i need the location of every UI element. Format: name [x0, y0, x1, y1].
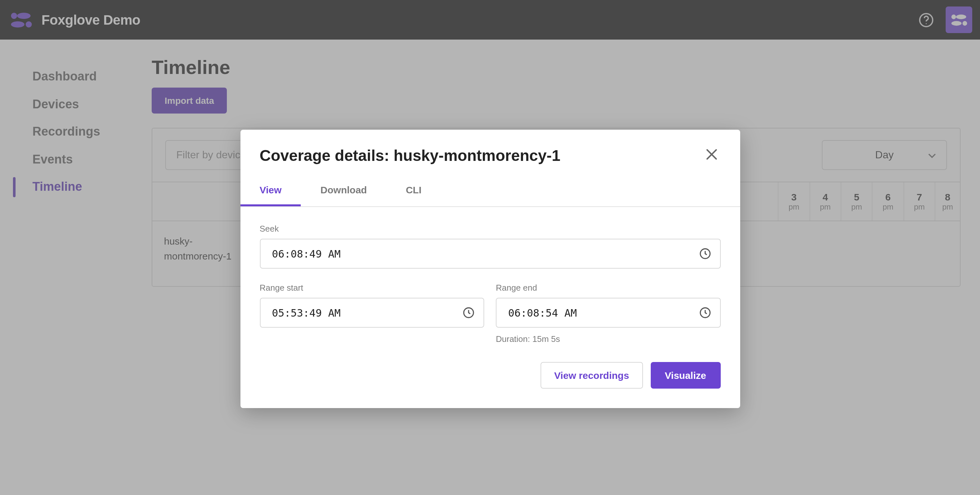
tab-view[interactable]: View: [240, 175, 301, 206]
visualize-button[interactable]: Visualize: [651, 362, 721, 389]
close-icon: [705, 147, 717, 164]
range-end-label: Range end: [496, 283, 721, 292]
view-recordings-button[interactable]: View recordings: [541, 362, 643, 389]
range-start-input[interactable]: [259, 298, 484, 327]
modal-overlay[interactable]: Coverage details: husky-montmorency-1 Vi…: [0, 0, 980, 495]
modal-body: Seek Range start: [240, 207, 740, 408]
range-row: Range start Range end: [259, 283, 721, 344]
modal-close-button[interactable]: [702, 147, 721, 165]
tab-download[interactable]: Download: [301, 175, 386, 206]
modal-tabs: View Download CLI: [240, 175, 740, 207]
range-start-label: Range start: [259, 283, 484, 292]
coverage-details-modal: Coverage details: husky-montmorency-1 Vi…: [240, 130, 740, 408]
clock-icon[interactable]: [698, 247, 711, 260]
clock-icon[interactable]: [462, 306, 475, 319]
seek-input[interactable]: [259, 239, 721, 268]
seek-label: Seek: [259, 224, 721, 233]
clock-icon[interactable]: [698, 306, 711, 319]
range-end-col: Range end Duration: 15m 5s: [496, 283, 721, 344]
duration-text: Duration: 15m 5s: [496, 334, 721, 344]
seek-field-wrap: [259, 239, 721, 268]
tab-cli[interactable]: CLI: [386, 175, 441, 206]
modal-footer: View recordings Visualize: [259, 344, 721, 389]
modal-title: Coverage details: husky-montmorency-1: [259, 147, 560, 165]
modal-header: Coverage details: husky-montmorency-1: [240, 130, 740, 175]
range-end-input[interactable]: [496, 298, 721, 327]
range-start-col: Range start: [259, 283, 484, 344]
